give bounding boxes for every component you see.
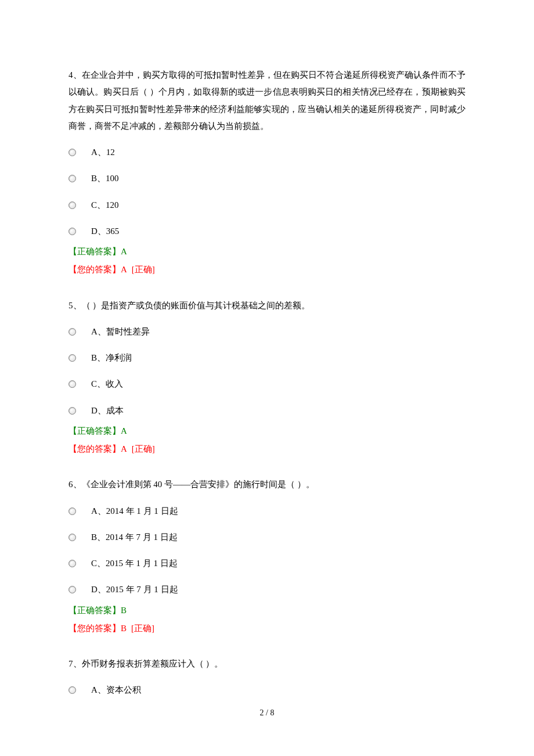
radio-icon[interactable] [68,407,76,415]
your-answer-label: 【您的答案】 [68,624,121,633]
option-text: D、成本 [91,402,466,419]
radio-icon[interactable] [68,380,76,388]
option-text: A、2014 年 1 月 1 日起 [91,503,466,520]
radio-icon[interactable] [68,686,76,694]
page-footer: 2 / 8 [0,708,534,718]
your-answer-value: A [121,265,127,274]
your-answer-value: A [121,444,127,453]
option-text: D、365 [91,223,466,240]
radio-icon[interactable] [68,228,76,235]
option-a[interactable]: A、资本公积 [68,682,466,699]
correct-answer: 【正确答案】B [68,602,466,619]
correct-answer: 【正确答案】A [68,423,466,440]
option-a[interactable]: A、暂时性差异 [68,323,466,340]
option-text: C、收入 [91,376,466,393]
correct-answer: 【正确答案】A [68,243,466,260]
option-b[interactable]: B、2014 年 7 月 1 日起 [68,529,466,546]
radio-icon[interactable] [68,149,76,156]
radio-icon[interactable] [68,507,76,515]
answer-block: 【正确答案】A 【您的答案】A[正确] [68,243,466,279]
radio-icon[interactable] [68,328,76,336]
answer-block: 【正确答案】B 【您的答案】B[正确] [68,602,466,638]
option-text: A、暂时性差异 [91,323,466,340]
option-text: D、2015 年 7 月 1 日起 [91,581,466,598]
correct-answer-value: A [121,247,127,256]
your-answer-label: 【您的答案】 [68,444,121,453]
question-stem: 5、（ ）是指资产或负债的账面价值与其计税基础之间的差额。 [68,297,466,314]
option-d[interactable]: D、365 [68,223,466,240]
page-number: 2 / 8 [260,708,275,717]
option-text: B、净利润 [91,350,466,366]
option-text: C、120 [91,197,466,214]
your-answer-label: 【您的答案】 [68,265,121,274]
question-7: 7、外币财务报表折算差额应计入（ ）。 A、资本公积 [68,656,466,699]
correct-answer-value: A [121,426,127,435]
question-4: 4、在企业合并中，购买方取得的可抵扣暂时性差异，但在购买日不符合递延所得税资产确… [68,67,466,279]
option-text: B、100 [91,170,466,187]
correct-answer-label: 【正确答案】 [68,426,121,435]
option-text: B、2014 年 7 月 1 日起 [91,529,466,546]
question-stem: 7、外币财务报表折算差额应计入（ ）。 [68,656,466,672]
question-stem: 6、《企业会计准则第 40 号——合营安排》的施行时间是（ ）。 [68,476,466,493]
page-content: 4、在企业合并中，购买方取得的可抵扣暂时性差异，但在购买日不符合递延所得税资产确… [0,0,534,699]
option-d[interactable]: D、成本 [68,402,466,419]
option-a[interactable]: A、12 [68,144,466,161]
answer-status: [正确] [132,444,155,453]
option-c[interactable]: C、收入 [68,376,466,393]
answer-block: 【正确答案】A 【您的答案】A[正确] [68,423,466,458]
option-b[interactable]: B、100 [68,170,466,187]
option-c[interactable]: C、120 [68,197,466,214]
option-c[interactable]: C、2015 年 1 月 1 日起 [68,555,466,572]
question-6: 6、《企业会计准则第 40 号——合营安排》的施行时间是（ ）。 A、2014 … [68,476,466,637]
your-answer-value: B [121,624,127,633]
your-answer: 【您的答案】B[正确] [68,620,466,637]
answer-status: [正确] [132,265,155,274]
correct-answer-label: 【正确答案】 [68,247,121,256]
your-answer: 【您的答案】A[正确] [68,441,466,458]
answer-status: [正确] [131,624,154,633]
question-stem: 4、在企业合并中，购买方取得的可抵扣暂时性差异，但在购买日不符合递延所得税资产确… [68,67,466,135]
option-text: A、资本公积 [91,682,466,699]
radio-icon[interactable] [68,175,76,182]
radio-icon[interactable] [68,201,76,209]
your-answer: 【您的答案】A[正确] [68,261,466,278]
correct-answer-value: B [121,606,127,615]
option-text: A、12 [91,144,466,161]
radio-icon[interactable] [68,560,76,567]
option-d[interactable]: D、2015 年 7 月 1 日起 [68,581,466,598]
option-b[interactable]: B、净利润 [68,350,466,366]
radio-icon[interactable] [68,534,76,541]
option-a[interactable]: A、2014 年 1 月 1 日起 [68,503,466,520]
correct-answer-label: 【正确答案】 [68,606,121,615]
radio-icon[interactable] [68,586,76,593]
question-5: 5、（ ）是指资产或负债的账面价值与其计税基础之间的差额。 A、暂时性差异 B、… [68,297,466,458]
option-text: C、2015 年 1 月 1 日起 [91,555,466,572]
radio-icon[interactable] [68,354,76,362]
